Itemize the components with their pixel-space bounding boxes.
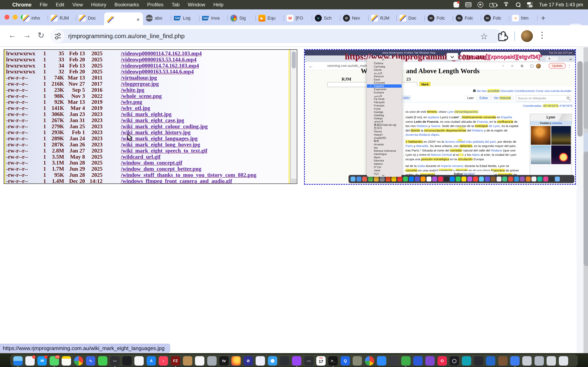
language-option-Italiano[interactable]: Italiano [367, 162, 402, 166]
listing-scrollbar[interactable] [290, 50, 297, 184]
dock-obs[interactable]: ◯ [450, 356, 459, 366]
playback-icon[interactable] [477, 2, 483, 8]
language-option-الدارجة[interactable]: الدارجة [367, 72, 402, 75]
file-link[interactable]: /wiki_mark_eight.jpg [121, 111, 172, 117]
language-option-עברית[interactable]: עברית [367, 166, 402, 169]
language-option-客家語/Hak-kâ-ngî[interactable]: 客家語/Hak-kâ-ngî [367, 123, 402, 127]
back-icon[interactable]: ← [8, 31, 16, 40]
menubar-item-bookmarks[interactable]: Bookmarks [114, 2, 139, 7]
file-link[interactable]: /wiki_mark_eight_colour_coding.jpg [121, 123, 208, 130]
file-link[interactable]: /window_dom_concept_better.png [121, 166, 201, 172]
menubar-item-help[interactable]: Help [213, 2, 223, 7]
dock-news[interactable] [195, 356, 204, 366]
file-link[interactable]: /videowp00000163.53.144.6.mp4 [121, 57, 197, 63]
browser-tab-RJM[interactable]: RJM [48, 12, 76, 24]
browser-tab-active[interactable]: × [104, 12, 143, 27]
dock-music[interactable]: ♪ [159, 356, 168, 366]
dock-iphone-mirroring[interactable] [122, 356, 132, 366]
dock-terminal[interactable]: >_ [328, 356, 338, 366]
dock-brown-app[interactable] [498, 356, 508, 366]
browser-tab-RJM[interactable]: RJM [368, 12, 397, 24]
dock-green-app[interactable] [401, 356, 411, 366]
dock-zoom[interactable] [377, 356, 386, 366]
language-option-Español[interactable]: Español [367, 84, 402, 88]
spotlight-search-icon[interactable] [516, 2, 521, 7]
language-option-Bahasa Indonesia[interactable]: Bahasa Indonesia [367, 149, 402, 152]
dock-facetime[interactable] [98, 356, 107, 366]
language-option-Galego[interactable]: Galego [367, 117, 402, 120]
menubar-item-view[interactable]: View [72, 2, 83, 7]
file-link[interactable]: /why.png [121, 99, 142, 105]
language-option-Dansk[interactable]: Dansk [367, 68, 402, 72]
language-option-Føroyskt[interactable]: Føroyskt [367, 101, 402, 104]
dock-calendar[interactable]: FEB17 [316, 356, 326, 366]
dock-trash[interactable] [559, 356, 568, 366]
bookmark-star-icon[interactable]: ☆ [480, 31, 488, 42]
dock-books[interactable] [256, 356, 265, 366]
dock-chrome[interactable] [365, 356, 374, 366]
dock-preview-dark[interactable] [280, 356, 289, 366]
file-link[interactable]: /window_dom_concept.gif [121, 160, 182, 166]
dock-grey-app-2[interactable] [546, 356, 556, 366]
dock-photos-grid[interactable] [74, 356, 83, 366]
menubar-item-history[interactable]: History [91, 2, 106, 7]
language-option-Čeština[interactable]: Čeština [367, 62, 402, 65]
file-link[interactable]: /virtualtour.jpg [121, 75, 157, 81]
language-option-ગુજરાતી[interactable]: ગુજરાતી [367, 120, 402, 123]
dock-safari[interactable] [268, 356, 277, 366]
dock-messages[interactable]: 208 [50, 356, 59, 366]
browser-tab-Doc[interactable]: Doc [76, 12, 104, 24]
file-link[interactable]: /why_otl.jpg [121, 105, 150, 111]
language-option-Ирон[interactable]: Ирон [367, 156, 402, 159]
language-option-Hrvatski[interactable]: Hrvatski [367, 143, 402, 146]
browser-tab-Folc[interactable]: mFolc [453, 12, 481, 24]
dock-finder[interactable] [13, 356, 23, 366]
extensions-icon[interactable] [498, 33, 506, 41]
language-option-Hawaiʻi[interactable]: Hawaiʻi [367, 133, 402, 136]
dock-teal-app[interactable] [462, 356, 471, 366]
language-option-Ido[interactable]: Ido [367, 146, 402, 150]
dock-dark-app-2[interactable] [474, 356, 483, 366]
profile-avatar[interactable] [521, 30, 533, 42]
language-option-한국어[interactable]: 한국어 [367, 127, 402, 130]
new-tab-button[interactable]: + [541, 14, 545, 22]
file-link[interactable]: /white.jpg [121, 87, 144, 93]
browser-tab-Sch[interactable]: vSch [312, 12, 340, 24]
file-link[interactable]: /whole_scene.png [121, 93, 162, 99]
browser-tab-Sig[interactable]: Sig [227, 12, 256, 24]
reload-icon[interactable]: ↻ [38, 31, 44, 40]
wifi-icon[interactable] [503, 2, 509, 7]
menubar-item-edit[interactable]: Edit [56, 2, 64, 7]
file-link[interactable]: /vloggergear.jpg [121, 81, 159, 87]
language-option-Fiji Hindi[interactable]: Fiji Hindi [367, 98, 402, 101]
overlay-language-select[interactable] [447, 53, 458, 60]
chrome-menu-icon[interactable]: ⋮ [538, 30, 546, 40]
dock-filezilla[interactable]: FZ [171, 356, 180, 366]
url-text[interactable]: rjmprogramming.com.au/one_line_find.php [68, 33, 185, 40]
dock-app-store[interactable]: A [147, 356, 156, 366]
close-window-button[interactable] [4, 15, 9, 20]
file-link[interactable]: /videowp0000114.74.162.103.mp4 [121, 63, 199, 69]
dock-reminders[interactable]: 1 [25, 356, 35, 366]
language-dropdown-menu[interactable]: ČeštinaCymraegDanskالدارجةDeutschEestiΕλ… [367, 58, 402, 177]
dock-blue-pen-app[interactable] [510, 356, 520, 366]
browser-tab-Equ[interactable]: ▶Equ [256, 12, 284, 24]
dock-executable-2[interactable]: exe [304, 356, 314, 366]
language-option-Gàidhlig[interactable]: Gàidhlig [367, 114, 402, 117]
language-option-Gaeilge[interactable]: Gaeilge [367, 110, 402, 114]
dock-folder-tan[interactable] [183, 356, 192, 366]
dock-blocked-app[interactable]: ⊘ [243, 356, 253, 366]
browser-tab-htm[interactable]: ≡htm [509, 12, 537, 24]
dock-clay-app[interactable] [353, 356, 362, 366]
notification-app-icon[interactable] [453, 2, 459, 8]
browser-tab-Inva[interactable]: SAPInva [199, 12, 227, 24]
menubar-clock[interactable]: Tue 17 Feb 1:43 pm [539, 2, 583, 8]
menubar-item-window[interactable]: Window [188, 2, 205, 7]
dock-purple-app[interactable] [425, 356, 435, 366]
language-option-Esperanto[interactable]: Esperanto [367, 88, 402, 91]
dock-mail[interactable]: ✉ [37, 356, 47, 366]
browser-tab-Folc[interactable]: mFolc [481, 12, 509, 24]
language-option-Français[interactable]: Français [367, 104, 402, 107]
scroll-up-icon[interactable] [382, 59, 384, 61]
language-option-Interlingue[interactable]: Interlingue [367, 152, 402, 156]
